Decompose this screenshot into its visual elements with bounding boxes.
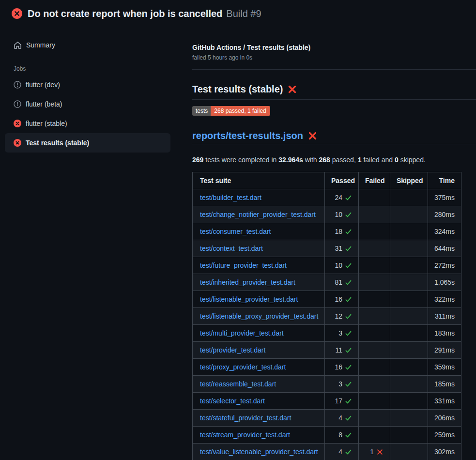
passed-cell: 3 bbox=[325, 376, 359, 393]
test-suite-link[interactable]: test/listenable_provider_test.dart bbox=[200, 295, 298, 303]
passed-cell: 3 bbox=[325, 325, 359, 342]
test-suite-link[interactable]: test/value_listenable_provider_test.dart bbox=[200, 448, 318, 456]
time-cell: 302ms bbox=[428, 444, 461, 460]
test-suite-link[interactable]: test/builder_test.dart bbox=[200, 194, 261, 201]
time-cell: 324ms bbox=[428, 223, 461, 240]
passed-count: 11 bbox=[335, 345, 342, 355]
page-title: Do not create report when job is cancell… bbox=[28, 8, 222, 19]
time-value: 644ms bbox=[434, 245, 455, 252]
test-suite-link[interactable]: test/multi_provider_test.dart bbox=[200, 329, 284, 337]
passed-count: 16 bbox=[335, 294, 342, 304]
passed-cell: 4 bbox=[325, 410, 359, 427]
test-suite-cell: test/consumer_test.dart bbox=[193, 223, 325, 240]
time-cell: 206ms bbox=[428, 410, 461, 427]
table-row: test/stream_provider_test.dart 8 259ms bbox=[193, 427, 461, 444]
check-icon bbox=[345, 262, 352, 269]
time-value: 324ms bbox=[434, 228, 455, 235]
test-suite-link[interactable]: test/context_test.dart bbox=[200, 245, 263, 252]
sidebar-job-item-2[interactable]: flutter (stable) bbox=[5, 114, 170, 133]
table-row: test/consumer_test.dart 18 324ms bbox=[193, 223, 461, 240]
test-suite-link[interactable]: test/stateful_provider_test.dart bbox=[200, 414, 291, 422]
test-suite-link[interactable]: test/change_notifier_provider_test.dart bbox=[200, 211, 316, 218]
table-row: test/listenable_provider_test.dart 16 32… bbox=[193, 291, 461, 308]
x-circle-icon bbox=[14, 139, 21, 147]
summary-part: 1 bbox=[358, 156, 362, 164]
passed-cell: 12 bbox=[325, 308, 359, 325]
sidebar-item-summary[interactable]: Summary bbox=[0, 37, 184, 53]
time-cell: 185ms bbox=[428, 376, 461, 393]
skipped-cell bbox=[390, 444, 428, 460]
sidebar-job-item-3[interactable]: Test results (stable) bbox=[5, 133, 170, 153]
test-suite-cell: test/listenable_proxy_provider_test.dart bbox=[193, 308, 325, 325]
test-suite-link[interactable]: test/listenable_proxy_provider_test.dart bbox=[200, 312, 318, 320]
column-header-test-suite: Test suite bbox=[193, 172, 325, 189]
check-icon bbox=[345, 279, 352, 286]
table-body: test/builder_test.dart 24 375ms test/cha… bbox=[193, 189, 461, 460]
table-row: test/stateful_provider_test.dart 4 206ms bbox=[193, 410, 461, 427]
time-value: 322ms bbox=[434, 295, 455, 303]
passed-count: 4 bbox=[338, 413, 342, 423]
stop-icon bbox=[14, 81, 21, 89]
test-suite-link[interactable]: test/proxy_provider_test.dart bbox=[200, 363, 286, 371]
time-cell: 183ms bbox=[428, 325, 461, 342]
table-row: test/context_test.dart 31 644ms bbox=[193, 240, 461, 257]
skipped-cell bbox=[390, 308, 428, 325]
sidebar-job-item-1[interactable]: flutter (beta) bbox=[5, 94, 170, 114]
test-suite-link[interactable]: test/provider_test.dart bbox=[200, 346, 265, 354]
test-suite-cell: test/context_test.dart bbox=[193, 240, 325, 257]
report-file-link[interactable]: reports/test-results.json bbox=[192, 130, 303, 141]
time-value: 272ms bbox=[434, 261, 455, 269]
time-cell: 280ms bbox=[428, 206, 461, 223]
time-value: 280ms bbox=[434, 211, 455, 218]
failed-cell bbox=[359, 359, 390, 376]
test-suite-link[interactable]: test/consumer_test.dart bbox=[200, 228, 271, 235]
test-suite-link[interactable]: test/future_provider_test.dart bbox=[200, 261, 287, 269]
test-suite-cell: test/inherited_provider_test.dart bbox=[193, 274, 325, 291]
passed-cell: 4 bbox=[325, 444, 359, 460]
table-row: test/provider_test.dart 11 291ms bbox=[193, 342, 461, 359]
passed-cell: 81 bbox=[325, 274, 359, 291]
sidebar-job-label: flutter (dev) bbox=[26, 81, 60, 89]
test-suite-cell: test/selector_test.dart bbox=[193, 393, 325, 410]
test-suite-link[interactable]: test/stream_provider_test.dart bbox=[200, 431, 290, 439]
skipped-cell bbox=[390, 257, 428, 274]
sidebar-job-item-0[interactable]: flutter (dev) bbox=[5, 75, 170, 94]
page-header: Do not create report when job is cancell… bbox=[0, 0, 476, 27]
passed-count: 3 bbox=[338, 328, 342, 338]
x-circle-icon bbox=[14, 120, 21, 127]
failed-cell bbox=[359, 410, 390, 427]
time-value: 302ms bbox=[434, 448, 455, 456]
passed-cell: 24 bbox=[325, 189, 359, 206]
check-icon bbox=[345, 414, 352, 422]
sidebar: Summary Jobs flutter (dev) flutter (beta… bbox=[0, 27, 184, 153]
time-cell: 375ms bbox=[428, 189, 461, 206]
time-value: 259ms bbox=[434, 431, 455, 439]
check-icon bbox=[345, 448, 352, 456]
sidebar-summary-label: Summary bbox=[26, 41, 55, 49]
table-row: test/multi_provider_test.dart 3 183ms bbox=[193, 325, 461, 342]
time-value: 311ms bbox=[435, 312, 455, 320]
failed-cell bbox=[359, 342, 390, 359]
test-suite-link[interactable]: test/reassemble_test.dart bbox=[200, 380, 276, 388]
time-value: 331ms bbox=[434, 397, 455, 405]
passed-cell: 8 bbox=[325, 427, 359, 444]
summary-part: 0 bbox=[395, 156, 399, 164]
check-icon bbox=[345, 296, 352, 303]
failed-cell bbox=[359, 206, 390, 223]
check-icon bbox=[345, 330, 352, 337]
table-row: test/listenable_proxy_provider_test.dart… bbox=[193, 308, 461, 325]
time-cell: 311ms bbox=[428, 308, 461, 325]
time-cell: 272ms bbox=[428, 257, 461, 274]
time-cell: 1.065s bbox=[428, 274, 461, 291]
failed-cell bbox=[359, 274, 390, 291]
test-suite-cell: test/value_listenable_provider_test.dart bbox=[193, 444, 325, 460]
passed-count: 8 bbox=[338, 430, 342, 440]
test-suite-link[interactable]: test/inherited_provider_test.dart bbox=[200, 278, 295, 286]
test-suite-cell: test/stateful_provider_test.dart bbox=[193, 410, 325, 427]
failed-cell bbox=[359, 393, 390, 410]
test-suite-link[interactable]: test/selector_test.dart bbox=[200, 397, 265, 405]
check-icon bbox=[345, 211, 352, 218]
check-icon bbox=[345, 194, 352, 201]
section-title-text: Test results (stable) bbox=[192, 83, 283, 95]
jobs-list: flutter (dev) flutter (beta) flutter (st… bbox=[5, 75, 170, 153]
